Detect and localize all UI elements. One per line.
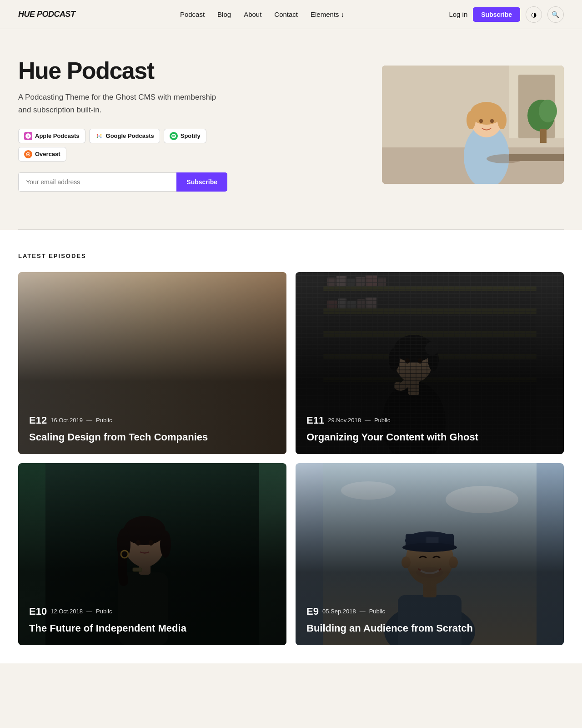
episodes-grid: E12 16.Oct.2019 — Public Scaling Design … (18, 272, 564, 645)
svg-point-22 (490, 119, 494, 123)
episode-date-9: 05.Sep.2018 (322, 608, 356, 615)
nav-link-elements[interactable]: Elements ↓ (311, 10, 344, 18)
svg-marker-9 (27, 153, 29, 155)
moon-icon: ◑ (531, 11, 537, 18)
nav-actions: Log in Subscribe ◑ 🔍 (449, 6, 564, 23)
episode-title-11: Organizing Your Content with Ghost (306, 431, 553, 444)
episode-card-content-12: E12 16.Oct.2019 — Public Scaling Design … (18, 404, 286, 455)
nav-links: Podcast Blog About Contact Elements ↓ (180, 10, 344, 18)
episode-card-12[interactable]: E12 16.Oct.2019 — Public Scaling Design … (18, 272, 286, 454)
login-link[interactable]: Log in (449, 10, 467, 18)
hero-section: Hue Podcast A Podcasting Theme for the G… (0, 29, 582, 229)
overcast-badge[interactable]: Overcast (18, 147, 66, 162)
latest-episodes-section: LATEST EPISODES (0, 230, 582, 663)
nav-link-blog[interactable]: Blog (217, 10, 231, 18)
svg-point-21 (479, 119, 483, 123)
hero-subscribe-button[interactable]: Subscribe (176, 172, 227, 192)
episode-meta-10: E10 12.Oct.2018 — Public (29, 606, 276, 617)
episode-meta-9: E9 05.Sep.2018 — Public (306, 606, 553, 617)
svg-point-24 (539, 100, 557, 122)
spotify-badge[interactable]: Spotify (164, 129, 206, 143)
episode-date-10: 12.Oct.2018 (50, 608, 83, 615)
episode-date-11: 29.Nov.2018 (328, 417, 361, 424)
episode-card-9[interactable]: E9 05.Sep.2018 — Public Building an Audi… (296, 463, 564, 645)
episode-title-10: The Future of Independent Media (29, 622, 276, 635)
subscription-form: Subscribe (18, 172, 227, 192)
svg-point-19 (467, 111, 476, 129)
episode-number-11: E11 (306, 415, 324, 426)
platform-badges: Apple Podcasts Google Podcasts Spotify O… (18, 129, 227, 162)
svg-point-20 (497, 111, 507, 129)
spotify-icon (170, 132, 178, 140)
email-input[interactable] (18, 172, 176, 192)
hero-image (382, 66, 564, 184)
episode-number-10: E10 (29, 606, 47, 617)
search-button[interactable]: 🔍 (547, 6, 564, 23)
episode-card-content-11: E11 29.Nov.2018 — Public Organizing Your… (296, 404, 564, 455)
episode-meta-12: E12 16.Oct.2019 — Public (29, 415, 276, 426)
google-podcasts-icon (95, 132, 103, 140)
hero-title: Hue Podcast (18, 58, 227, 84)
main-nav: HUE PODCAST Podcast Blog About Contact E… (0, 0, 582, 29)
episode-visibility-11: Public (374, 417, 390, 424)
latest-episodes-heading: LATEST EPISODES (18, 253, 564, 259)
episode-card-11[interactable]: E11 29.Nov.2018 — Public Organizing Your… (296, 272, 564, 454)
episode-visibility-9: Public (369, 608, 385, 615)
episode-number-12: E12 (29, 415, 47, 426)
search-icon: 🔍 (552, 11, 559, 18)
episode-title-9: Building an Audience from Scratch (306, 622, 553, 635)
nav-logo[interactable]: HUE PODCAST (18, 10, 75, 19)
episode-date-12: 16.Oct.2019 (50, 417, 83, 424)
theme-toggle-button[interactable]: ◑ (526, 6, 542, 23)
apple-podcasts-badge[interactable]: Apple Podcasts (18, 129, 85, 143)
episode-card-content-9: E9 05.Sep.2018 — Public Building an Audi… (296, 595, 564, 646)
svg-point-26 (487, 154, 523, 163)
hero-image-wrap (382, 66, 564, 184)
apple-podcasts-icon (24, 132, 32, 140)
chevron-down-icon: ↓ (341, 10, 345, 18)
svg-rect-25 (540, 129, 547, 143)
episode-number-9: E9 (306, 606, 319, 617)
episode-visibility-10: Public (96, 608, 112, 615)
nav-link-contact[interactable]: Contact (274, 10, 298, 18)
hero-description: A Podcasting Theme for the Ghost CMS wit… (18, 91, 227, 116)
episode-card-10[interactable]: E10 12.Oct.2018 — Public The Future of I… (18, 463, 286, 645)
hero-content: Hue Podcast A Podcasting Theme for the G… (18, 58, 227, 192)
overcast-icon (24, 150, 32, 158)
episode-meta-11: E11 29.Nov.2018 — Public (306, 415, 553, 426)
nav-link-podcast[interactable]: Podcast (180, 10, 205, 18)
episode-card-content-10: E10 12.Oct.2018 — Public The Future of I… (18, 595, 286, 646)
episode-visibility-12: Public (96, 417, 112, 424)
nav-subscribe-button[interactable]: Subscribe (473, 7, 520, 22)
nav-link-about[interactable]: About (244, 10, 261, 18)
google-podcasts-badge[interactable]: Google Podcasts (89, 129, 160, 143)
episode-title-12: Scaling Design from Tech Companies (29, 431, 276, 444)
